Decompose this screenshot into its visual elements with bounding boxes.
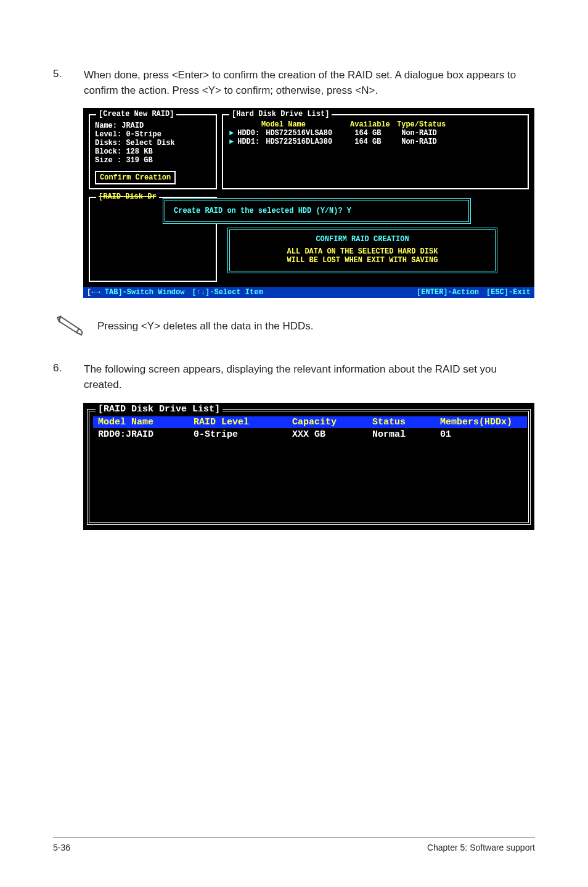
- b2-hdr-mem: Members(HDDx): [440, 417, 522, 427]
- b2-hdr-cap: Capacity: [292, 417, 372, 427]
- confirm-creation-button[interactable]: Confirm Creation: [95, 171, 176, 184]
- hdd1-avail: 164 GB: [354, 138, 398, 146]
- page-number: 5-36: [53, 843, 70, 852]
- bios-screenshot-2: [RAID Disk Drive List] Model Name RAID L…: [83, 403, 534, 530]
- b2-hdr-stat: Status: [372, 417, 440, 427]
- confirm-dialog-warning: CONFIRM RAID CREATION ALL DATA ON THE SE…: [227, 228, 497, 273]
- step-5-text: When done, press <Enter> to confirm the …: [84, 68, 535, 98]
- create-new-raid-panel: [Create New RAID] Name: JRAID Level: 0-S…: [89, 114, 217, 189]
- hdr-type: Type/Status: [397, 120, 446, 129]
- b2-hdr-level: RAID Level: [194, 417, 292, 427]
- hdr-label-blank: [229, 120, 258, 129]
- b2-row-name: RDD0:JRAID: [98, 429, 194, 440]
- b2-row-level: 0-Stripe: [194, 429, 292, 440]
- hdd1-label: HDD1:: [237, 138, 262, 146]
- raid-box-title: [RAID Disk Dr: [96, 192, 159, 201]
- step-6-number: 6.: [53, 362, 84, 392]
- confirm-dialog-prompt[interactable]: Create RAID on the selected HDD (Y/N)? Y: [163, 198, 471, 224]
- warn-line1: CONFIRM RAID CREATION: [230, 235, 495, 244]
- hdd1-type: Non-RAID: [401, 138, 437, 146]
- hard-disk-drive-list-panel: [Hard Disk Drive List] Model Name Availa…: [222, 114, 529, 189]
- step-6-text: The following screen appears, displaying…: [84, 362, 535, 392]
- foot-select: [↑↓]-Select Item: [192, 288, 263, 297]
- chapter-label: Chapter 5: Software support: [427, 843, 535, 852]
- note-pencil-icon: [57, 313, 86, 340]
- table-row: RDD0:JRAID 0-Stripe XXX GB Normal 01: [93, 429, 527, 440]
- hdr-available: Available: [350, 120, 393, 129]
- panel-title-right: [Hard Disk Drive List]: [229, 110, 332, 118]
- foot-tab: TAB]-Switch Window: [105, 288, 185, 297]
- triangle-icon: ►: [229, 129, 234, 138]
- step-5-number: 5.: [53, 68, 84, 98]
- b2-row-mem: 01: [440, 429, 522, 440]
- bios-footer-bar: [←→ TAB]-Switch Window [↑↓]-Select Item …: [83, 287, 534, 298]
- hdd0-model: HDS722516VLSA80: [266, 129, 351, 138]
- raid-level-field: Level: 0-Stripe: [95, 130, 211, 139]
- hdr-model: Model Name: [261, 120, 346, 129]
- raid-name-field: Name: JRAID: [95, 122, 211, 130]
- arrow-left-right-icon: [←→: [87, 288, 105, 297]
- bios2-title: [RAID Disk Drive List]: [96, 404, 223, 415]
- hdd0-type: Non-RAID: [401, 129, 437, 138]
- foot-esc: [ESC]-Exit: [486, 288, 531, 297]
- b2-row-cap: XXX GB: [292, 429, 372, 440]
- raid-block-field: Block: 128 KB: [95, 147, 211, 156]
- b2-row-stat: Normal: [372, 429, 440, 440]
- triangle-icon: ►: [229, 138, 234, 146]
- foot-enter: [ENTER]-Action: [417, 288, 479, 297]
- bios-screenshot-1: [Create New RAID] Name: JRAID Level: 0-S…: [83, 108, 534, 298]
- b2-hdr-name: Model Name: [98, 417, 194, 427]
- warn-line3: WILL BE LOST WHEN EXIT WITH SAVING: [230, 256, 495, 265]
- hdd0-avail: 164 GB: [354, 129, 398, 138]
- note-text: Pressing <Y> deletes all the data in the…: [97, 320, 314, 332]
- panel-title-left: [Create New RAID]: [96, 110, 176, 118]
- hdd0-label: HDD0:: [237, 129, 262, 138]
- raid-disks-field: Disks: Select Disk: [95, 139, 211, 147]
- hdd1-model: HDS722516DLA380: [266, 138, 351, 146]
- raid-size-field: Size : 319 GB: [95, 156, 211, 165]
- warn-line2: ALL DATA ON THE SELECTED HARD DISK: [230, 247, 495, 256]
